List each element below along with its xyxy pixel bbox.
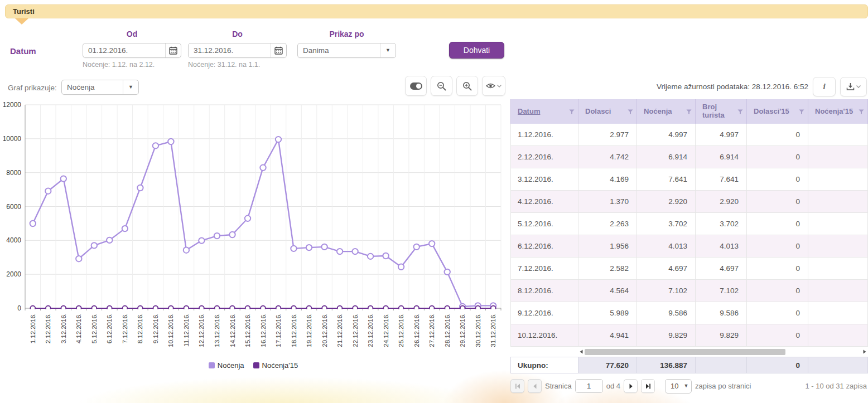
- table-row[interactable]: 7.12.2016.2.5824.6974.6970: [511, 258, 868, 280]
- legend-label-nocenja: Noćenja: [218, 361, 244, 370]
- chevron-down-icon[interactable]: ▼: [380, 43, 396, 57]
- filter-icon[interactable]: [799, 109, 804, 114]
- stranica-label: Stranica: [545, 382, 572, 390]
- totals-broj-turista: [696, 357, 747, 373]
- svg-text:23.12.2016.: 23.12.2016.: [367, 313, 374, 347]
- svg-text:29.12.2016.: 29.12.2016.: [459, 313, 466, 347]
- page-number-input[interactable]: [575, 379, 603, 393]
- scroll-left-icon[interactable]: [578, 348, 585, 356]
- table-row[interactable]: 1.12.2016.2.9774.9974.9970: [511, 124, 868, 146]
- svg-text:15.12.2016.: 15.12.2016.: [244, 313, 251, 347]
- calendar-icon[interactable]: [165, 43, 181, 57]
- cell-value: 2.582: [578, 258, 637, 280]
- column-header-dolasci[interactable]: Dolasci: [578, 99, 637, 124]
- svg-text:14.12.2016.: 14.12.2016.: [229, 313, 236, 347]
- cell-value: 2.920: [696, 191, 747, 213]
- prikaz-po-select[interactable]: Danima ▼: [297, 43, 396, 58]
- cell-value: 0: [747, 124, 808, 146]
- svg-text:12000: 12000: [3, 102, 22, 109]
- eye-icon: [486, 82, 495, 89]
- table-row[interactable]: 5.12.2016.2.2633.7023.7020: [511, 213, 868, 235]
- dohvati-button[interactable]: Dohvati: [449, 42, 504, 59]
- svg-text:12.12.2016.: 12.12.2016.: [198, 313, 205, 347]
- table-row[interactable]: 4.12.2016.1.3702.9202.9200: [511, 191, 868, 213]
- svg-text:20.12.2016.: 20.12.2016.: [321, 313, 328, 347]
- svg-text:26.12.2016.: 26.12.2016.: [413, 313, 420, 347]
- cell-value: 0: [747, 168, 808, 191]
- previous-page-button[interactable]: [528, 379, 542, 393]
- filter-icon[interactable]: [686, 109, 692, 114]
- zoom-in-button[interactable]: [456, 76, 478, 96]
- cell-value: 4.013: [637, 235, 696, 258]
- column-header-nocenja15[interactable]: Noćenja'15: [808, 99, 868, 124]
- cell-datum: 7.12.2016.: [511, 258, 578, 280]
- svg-text:13.12.2016.: 13.12.2016.: [214, 313, 220, 347]
- table-horizontal-scrollbar[interactable]: [578, 347, 868, 356]
- cell-datum: 5.12.2016.: [511, 213, 578, 235]
- table-row[interactable]: 2.12.2016.4.7426.9146.9140: [511, 146, 868, 168]
- svg-text:2.12.2016.: 2.12.2016.: [45, 313, 51, 343]
- column-header-datum[interactable]: Datum: [511, 99, 578, 124]
- cell-datum: 3.12.2016.: [511, 168, 578, 191]
- graf-prikazuje-select[interactable]: Noćenja ▼: [61, 80, 139, 95]
- chart-toggle-button[interactable]: [405, 76, 427, 96]
- cell-datum: 1.12.2016.: [511, 124, 578, 146]
- svg-text:6000: 6000: [6, 203, 21, 211]
- table-row[interactable]: 6.12.2016.1.9564.0134.0130: [511, 235, 868, 258]
- cell-value: 4.013: [696, 235, 747, 258]
- cell-value: 0: [747, 235, 808, 258]
- totals-dolasci: 77.620: [578, 357, 637, 373]
- cell-value: 4.997: [696, 124, 747, 146]
- line-chart[interactable]: 0200040006000800010000120001.12.2016.2.1…: [0, 102, 507, 365]
- filter-icon[interactable]: [737, 109, 743, 114]
- info-button[interactable]: i: [813, 77, 836, 96]
- date-from-field[interactable]: 01.12.2016.: [83, 43, 181, 58]
- cell-value: [808, 146, 868, 168]
- filter-icon[interactable]: [628, 109, 633, 114]
- table-row[interactable]: 10.12.2016.4.9419.8299.8290: [511, 324, 868, 347]
- tab-pointer-arrow: [15, 18, 28, 25]
- cell-value: 0: [747, 191, 808, 213]
- chevron-down-icon[interactable]: ▼: [123, 80, 138, 94]
- svg-text:28.12.2016.: 28.12.2016.: [444, 313, 451, 347]
- cell-value: [808, 324, 868, 347]
- cell-value: [808, 168, 868, 191]
- first-page-button[interactable]: [510, 379, 524, 393]
- cell-value: 4.997: [637, 124, 696, 146]
- last-page-button[interactable]: [641, 379, 655, 393]
- date-to-field[interactable]: 31.12.2016.: [188, 43, 287, 58]
- graf-prikazuje-label: Graf prikazuje:: [8, 84, 57, 92]
- svg-text:31.12.2016.: 31.12.2016.: [490, 313, 496, 347]
- table-row[interactable]: 9.12.2016.5.9899.5869.5860: [511, 302, 868, 324]
- page-size-select[interactable]: 10 ▼: [665, 379, 692, 394]
- filter-icon[interactable]: [569, 109, 575, 114]
- svg-text:22.12.2016.: 22.12.2016.: [352, 313, 359, 347]
- zoom-out-button[interactable]: [431, 76, 452, 96]
- download-button[interactable]: [840, 77, 867, 96]
- next-page-icon: [628, 383, 634, 390]
- scrollbar-thumb[interactable]: [585, 349, 785, 355]
- prikaz-po-label: Prikaz po: [297, 30, 396, 38]
- column-header-broj-turista[interactable]: Broj turista: [696, 99, 747, 124]
- tab-turisti[interactable]: Turisti: [5, 4, 868, 18]
- series-visibility-button[interactable]: [482, 76, 505, 96]
- date-to-value[interactable]: 31.12.2016.: [189, 43, 271, 57]
- cell-value: 0: [747, 280, 808, 302]
- cell-datum: 8.12.2016.: [511, 280, 578, 302]
- filter-icon[interactable]: [859, 109, 864, 114]
- table-body: 1.12.2016.2.9774.9974.99702.12.2016.4.74…: [510, 124, 868, 347]
- cell-datum: 2.12.2016.: [511, 146, 578, 168]
- legend-swatch-nocenja: [209, 362, 215, 368]
- table-row[interactable]: 8.12.2016.4.5647.1027.1020: [511, 280, 868, 302]
- column-header-dolasci15[interactable]: Dolasci'15: [747, 99, 808, 124]
- next-page-button[interactable]: [624, 379, 638, 393]
- cell-value: 3.702: [696, 213, 747, 235]
- svg-text:27.12.2016.: 27.12.2016.: [428, 313, 435, 347]
- date-from-value[interactable]: 01.12.2016.: [83, 43, 165, 57]
- calendar-icon[interactable]: [271, 43, 286, 57]
- cell-value: 3.702: [637, 213, 696, 235]
- scroll-right-icon[interactable]: [861, 348, 868, 356]
- column-header-nocenja[interactable]: Noćenja: [637, 99, 696, 124]
- table-row[interactable]: 3.12.2016.4.1697.6417.6410: [511, 168, 868, 191]
- scrollbar-track[interactable]: [585, 348, 861, 355]
